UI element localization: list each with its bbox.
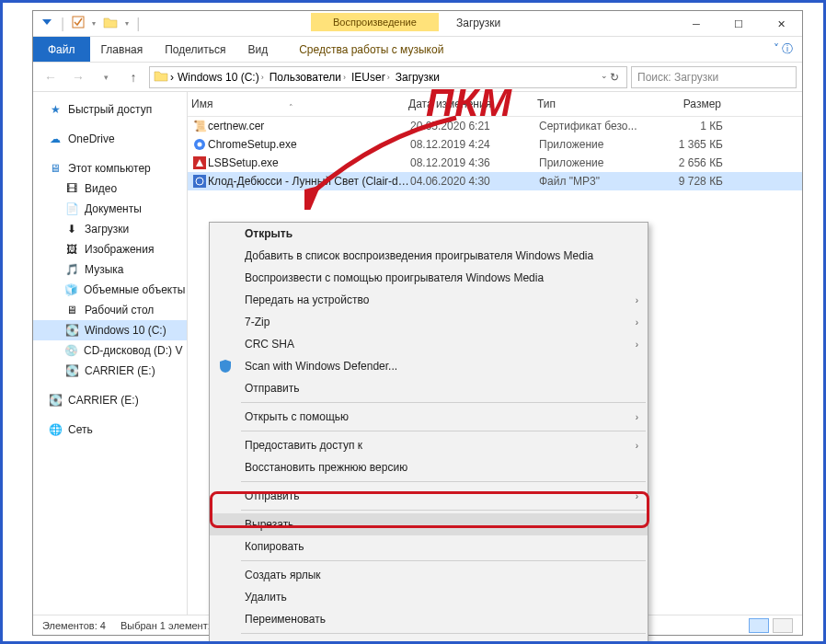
file-row[interactable]: ChromeSetup.exe 08.12.2019 4:24 Приложен…	[188, 135, 802, 154]
caret-icon[interactable]: ▾	[92, 19, 96, 28]
cert-icon: 📜	[191, 119, 208, 133]
nav-pane: ★Быстрый доступ ☁OneDrive 🖥Этот компьюте…	[33, 92, 188, 615]
separator	[241, 633, 646, 634]
down-arrow-icon[interactable]	[40, 16, 53, 32]
ctx-play-wmp[interactable]: Воспроизвести с помощью проигрывателя Wi…	[210, 267, 648, 289]
ctx-7zip[interactable]: 7-Zip›	[210, 311, 648, 333]
caret-icon[interactable]: ▾	[125, 19, 129, 28]
sidebar-item-documents[interactable]: 📄Документы	[33, 199, 187, 219]
refresh-icon[interactable]: ↻	[610, 71, 619, 84]
crumb-part[interactable]: Загрузки	[396, 71, 440, 84]
view-details-button[interactable]	[749, 618, 769, 633]
sidebar-item-quick-access[interactable]: ★Быстрый доступ	[33, 99, 187, 120]
exe-icon	[191, 155, 208, 170]
chevron-right-icon: ›	[636, 491, 638, 501]
ctx-cut[interactable]: Вырезать	[210, 513, 648, 535]
doc-icon: 📄	[64, 201, 79, 216]
chevron-right-icon: ›	[636, 339, 638, 350]
ctx-copy[interactable]: Копировать	[210, 535, 648, 558]
breadcrumb[interactable]: › Windows 10 (C:)› Пользователи› IEUser›…	[149, 66, 627, 88]
col-name[interactable]: Имя˄	[188, 98, 408, 110]
ctx-defender[interactable]: Scan with Windows Defender...	[210, 355, 648, 377]
chevron-right-icon[interactable]: ›	[261, 73, 264, 82]
chevron-right-icon[interactable]: ›	[387, 73, 390, 82]
ctx-add-to-wmp[interactable]: Добавить в список воспроизведения проигр…	[210, 245, 648, 267]
ctx-properties[interactable]: Свойства	[210, 637, 648, 644]
col-date[interactable]: Дата изменения	[408, 98, 537, 110]
address-bar: ← → ▾ ↑ › Windows 10 (C:)› Пользователи›…	[33, 63, 802, 92]
up-button[interactable]: ↑	[121, 65, 145, 89]
sidebar-item-carrier[interactable]: 💽CARRIER (E:)	[33, 390, 187, 410]
folder-icon	[154, 69, 168, 85]
history-dropdown[interactable]: ▾	[94, 65, 118, 89]
ctx-grant-access[interactable]: Предоставить доступ к›	[210, 434, 648, 456]
view-icons-button[interactable]	[773, 618, 793, 633]
cloud-icon: ☁	[48, 132, 63, 146]
star-icon: ★	[48, 102, 63, 117]
ribbon-help-icon[interactable]: ˅ ⓘ	[764, 37, 802, 62]
ctx-delete[interactable]: Удалить	[210, 586, 648, 608]
ctx-send[interactable]: Отправить	[210, 377, 648, 399]
sidebar-item-music[interactable]: 🎵Музыка	[33, 259, 187, 280]
sidebar-item-onedrive[interactable]: ☁OneDrive	[33, 129, 187, 149]
network-icon: 🌐	[48, 422, 63, 437]
sidebar-item-drive-e[interactable]: 💽CARRIER (E:)	[33, 361, 187, 381]
sidebar-item-downloads[interactable]: ⬇Загрузки	[33, 219, 187, 239]
sidebar-item-this-pc[interactable]: 🖥Этот компьютер	[33, 158, 187, 178]
sidebar-item-drive-d[interactable]: 💿CD-дисковод (D:) V	[33, 340, 187, 361]
mp3-icon	[191, 174, 208, 189]
sidebar-item-network[interactable]: 🌐Сеть	[33, 420, 187, 440]
svg-rect-4	[193, 175, 206, 188]
ctx-restore[interactable]: Восстановить прежнюю версию	[210, 456, 648, 478]
ctx-send-to[interactable]: Отправить›	[210, 485, 648, 507]
sidebar-item-desktop[interactable]: 🖥Рабочий стол	[33, 300, 187, 320]
chevron-right-icon[interactable]: ›	[343, 73, 346, 82]
checkbox-icon[interactable]	[72, 16, 85, 32]
status-selected: Выбран 1 элемент:	[120, 620, 211, 631]
ctx-open-with[interactable]: Открыть с помощью›	[210, 406, 648, 428]
col-type[interactable]: Тип	[537, 98, 657, 110]
crumb-part[interactable]: Windows 10 (C:)	[178, 71, 259, 84]
tab-view[interactable]: Вид	[236, 37, 279, 62]
tab-file[interactable]: Файл	[33, 37, 90, 62]
close-button[interactable]: ✕	[760, 11, 802, 37]
back-button[interactable]: ←	[39, 65, 63, 89]
pc-icon: 🖥	[48, 161, 63, 176]
pic-icon: 🖼	[64, 242, 79, 257]
separator	[241, 431, 646, 431]
context-menu: Открыть Добавить в список воспроизведени…	[209, 222, 648, 644]
minimize-button[interactable]: ─	[675, 11, 717, 37]
maximize-button[interactable]: ☐	[717, 11, 760, 37]
ctx-cast[interactable]: Передать на устройство›	[210, 289, 648, 311]
dropdown-icon[interactable]: ⌄	[601, 71, 608, 84]
forward-button[interactable]: →	[66, 65, 90, 89]
file-row[interactable]: 📜 certnew.cer 20.05.2020 6:21 Сертификат…	[188, 117, 802, 135]
tab-share[interactable]: Поделиться	[154, 37, 236, 62]
drive-icon: 💽	[64, 363, 79, 378]
sidebar-item-videos[interactable]: 🎞Видео	[33, 178, 187, 199]
sidebar-item-3d[interactable]: 🧊Объемные объекты	[33, 280, 187, 300]
tab-music-tools[interactable]: Средства работы с музыкой	[288, 37, 454, 62]
chrome-icon	[191, 137, 208, 152]
tab-home[interactable]: Главная	[90, 37, 155, 62]
ctx-crc[interactable]: CRC SHA›	[210, 333, 648, 355]
separator	[241, 402, 646, 403]
disc-icon: 💿	[64, 343, 78, 358]
chevron-right-icon[interactable]: ›	[170, 71, 174, 84]
status-count: Элементов: 4	[42, 620, 106, 631]
file-row[interactable]: Клод-Дебюсси - Лунный Свет (Clair-de... …	[188, 172, 802, 190]
ctx-open[interactable]: Открыть	[210, 223, 648, 245]
crumb-part[interactable]: IEUser	[351, 71, 385, 84]
titlebar: | ▾ ▾ | Воспроизведение Загрузки ─ ☐ ✕	[33, 11, 802, 37]
sidebar-item-drive-c[interactable]: 💽Windows 10 (C:)	[33, 320, 187, 340]
file-row[interactable]: LSBSetup.exe 08.12.2019 4:36 Приложение …	[188, 154, 802, 172]
cube-icon: 🧊	[64, 282, 78, 297]
ctx-shortcut[interactable]: Создать ярлык	[210, 564, 648, 586]
sort-asc-icon: ˄	[289, 103, 293, 112]
sidebar-item-pictures[interactable]: 🖼Изображения	[33, 239, 187, 259]
search-input[interactable]: Поиск: Загрузки	[631, 66, 797, 88]
ctx-rename[interactable]: Переименовать	[210, 608, 648, 630]
drive-icon: 💽	[48, 393, 63, 408]
col-size[interactable]: Размер	[657, 98, 730, 110]
crumb-part[interactable]: Пользователи	[270, 71, 341, 84]
